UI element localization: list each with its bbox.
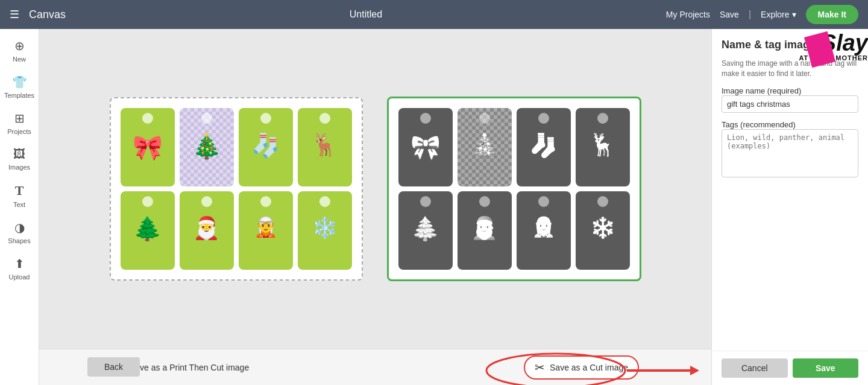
tag-hole — [260, 113, 271, 124]
tag-card: 🦌 — [298, 108, 352, 186]
sidebar-item-upload[interactable]: ⬆ Upload — [0, 252, 39, 285]
shirt-icon: 👕 — [12, 75, 27, 89]
sidebar-label-images: Images — [8, 164, 30, 171]
save-button[interactable]: Save — [793, 358, 859, 378]
sidebar-label-shapes: Shapes — [8, 237, 30, 244]
main-layout: ⊕ New 👕 Templates ⊞ Projects 🖼 Images T … — [0, 29, 868, 385]
sidebar-item-templates[interactable]: 👕 Templates — [0, 70, 39, 104]
dark-tag-grid: 🎀 🎄 🧦 🦌 🌲 — [387, 97, 641, 281]
panel-description: Saving the image with a name and tag wil… — [722, 59, 858, 79]
sidebar-label-text: Text — [13, 201, 25, 208]
image-name-input[interactable] — [722, 95, 858, 113]
tag-card: ❄️ — [298, 191, 352, 270]
tag-card: 🎀 — [121, 108, 175, 186]
tag-hole — [260, 196, 271, 207]
tag-hole — [142, 113, 153, 124]
tag-card: 🎀 — [398, 108, 453, 186]
sidebar-item-images[interactable]: 🖼 Images — [0, 142, 39, 176]
cancel-button[interactable]: Cancel — [722, 358, 788, 378]
canvas-bottom-bar: 🖨 Save as a Print Then Cut image ✂ Save … — [39, 349, 711, 385]
panel-title: Name & tag image — [722, 39, 858, 51]
save-cut-label: Save as a Cut image — [550, 363, 628, 372]
tag-card: 🌲 — [398, 191, 453, 270]
plus-icon: ⊕ — [14, 39, 25, 53]
explore-dropdown[interactable]: Explore ▾ — [761, 10, 796, 19]
tags-input[interactable] — [722, 129, 858, 177]
sidebar-label-templates: Templates — [4, 92, 34, 99]
tag-card: 🧝 — [239, 191, 293, 270]
image-icon: 🖼 — [13, 147, 25, 161]
shapes-icon: ◑ — [14, 220, 25, 235]
tag-hole — [538, 196, 549, 207]
tag-hole — [597, 113, 608, 124]
make-it-button[interactable]: Make It — [806, 5, 858, 24]
app-header: ☰ Canvas Untitled My Projects Save | Exp… — [0, 0, 868, 29]
tag-card: 🦌 — [576, 108, 630, 186]
document-title[interactable]: Untitled — [75, 9, 656, 20]
image-name-label: Image name (required) — [722, 86, 858, 95]
tags-field-group: Tags (recommended) — [722, 120, 858, 180]
save-cut-container: ✂ Save as a Cut image — [524, 355, 639, 380]
tag-hole — [420, 196, 431, 207]
header-actions: My Projects Save | Explore ▾ Make It — [666, 5, 858, 24]
header-save-link[interactable]: Save — [720, 10, 739, 19]
tag-card: 🎄 — [458, 108, 512, 186]
canvas-content: 🎀 🎄 🧦 🦌 🌲 — [39, 29, 711, 349]
menu-icon[interactable]: ☰ — [10, 8, 19, 21]
tag-hole — [201, 196, 212, 207]
back-button[interactable]: Back — [87, 357, 140, 377]
sidebar-item-text[interactable]: T Text — [0, 178, 39, 213]
sidebar-label-projects: Projects — [7, 128, 31, 135]
cut-icon: ✂ — [535, 360, 545, 375]
app-logo: Canvas — [29, 8, 66, 21]
sidebar-label-new: New — [13, 56, 26, 63]
grid-icon: ⊞ — [14, 111, 25, 126]
tag-card: 🧝 — [517, 191, 571, 270]
tag-hole — [142, 196, 153, 207]
sidebar-item-projects[interactable]: ⊞ Projects — [0, 106, 39, 140]
tag-hole — [420, 113, 431, 124]
right-panel: Slay AT HOME MOTHER Name & tag image Sav… — [711, 29, 868, 385]
tag-card: 🎄 — [180, 108, 234, 186]
tag-card: 🎅 — [458, 191, 512, 270]
image-name-field-group: Image name (required) — [722, 86, 858, 113]
sidebar-item-shapes[interactable]: ◑ Shapes — [0, 215, 39, 249]
tag-hole — [538, 113, 549, 124]
back-button-container: Back — [87, 349, 140, 385]
save-cut-button[interactable]: ✂ Save as a Cut image — [524, 355, 639, 380]
tags-label: Tags (recommended) — [722, 120, 858, 129]
tag-card: 🌲 — [121, 191, 175, 270]
upload-icon: ⬆ — [14, 256, 25, 271]
canvas-area: 🎀 🎄 🧦 🦌 🌲 — [39, 29, 711, 385]
green-tag-grid: 🎀 🎄 🧦 🦌 🌲 — [110, 97, 363, 281]
sidebar-label-upload: Upload — [9, 273, 30, 281]
sidebar-item-new[interactable]: ⊕ New — [0, 34, 39, 68]
panel-footer: Cancel Save — [712, 351, 868, 385]
tag-card: 🧦 — [517, 108, 571, 186]
tag-card: 🧦 — [239, 108, 293, 186]
tag-hole — [319, 196, 330, 207]
save-print-cut-label: Save as a Print Then Cut image — [130, 363, 249, 372]
text-icon: T — [15, 183, 24, 199]
tag-card: 🎅 — [180, 191, 234, 270]
sidebar: ⊕ New 👕 Templates ⊞ Projects 🖼 Images T … — [0, 29, 39, 385]
tag-hole — [597, 196, 608, 207]
my-projects-link[interactable]: My Projects — [666, 10, 710, 19]
tag-card: ❄️ — [576, 191, 630, 270]
tag-hole — [319, 113, 330, 124]
tag-hole — [479, 196, 490, 207]
chevron-down-icon: ▾ — [792, 10, 796, 19]
